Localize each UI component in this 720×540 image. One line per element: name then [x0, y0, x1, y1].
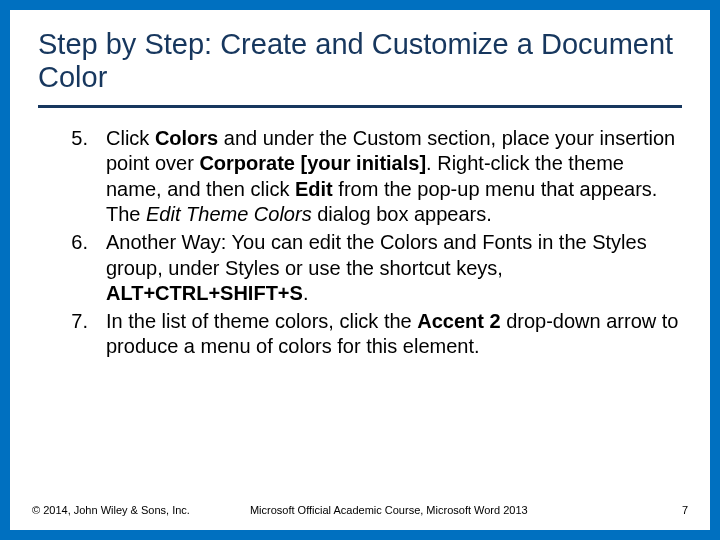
- step-list: 5.Click Colors and under the Custom sect…: [52, 126, 682, 360]
- footer-copyright: © 2014, John Wiley & Sons, Inc.: [32, 504, 190, 516]
- step-number: 5.: [52, 126, 106, 228]
- step-text: In the list of theme colors, click the A…: [106, 309, 682, 360]
- page-title: Step by Step: Create and Customize a Doc…: [38, 28, 682, 108]
- footer-course: Microsoft Official Academic Course, Micr…: [250, 504, 682, 516]
- step-text: Click Colors and under the Custom sectio…: [106, 126, 682, 228]
- step-number: 7.: [52, 309, 106, 360]
- step-text: Another Way: You can edit the Colors and…: [106, 230, 682, 307]
- footer-page-number: 7: [682, 504, 688, 516]
- list-item: 7.In the list of theme colors, click the…: [52, 309, 682, 360]
- slide: Step by Step: Create and Customize a Doc…: [0, 0, 720, 540]
- step-number: 6.: [52, 230, 106, 307]
- list-item: 5.Click Colors and under the Custom sect…: [52, 126, 682, 228]
- body-content: 5.Click Colors and under the Custom sect…: [38, 126, 682, 360]
- footer: © 2014, John Wiley & Sons, Inc. Microsof…: [32, 504, 688, 516]
- list-item: 6.Another Way: You can edit the Colors a…: [52, 230, 682, 307]
